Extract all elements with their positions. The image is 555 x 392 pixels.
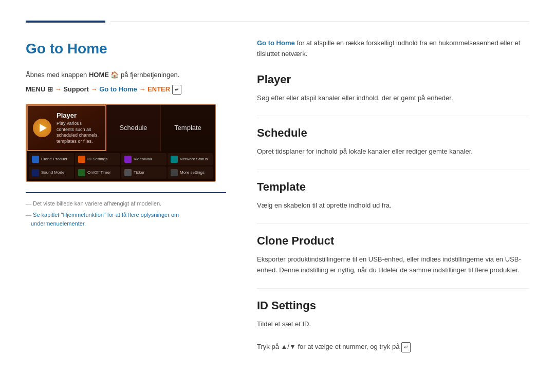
note-2: Se kapitlet "Hjemmefunktion" for at få f…: [26, 211, 226, 228]
tv-grid-item-label: ID Settings: [87, 156, 107, 162]
enter-icon-inline: ↵: [401, 342, 411, 352]
section-desc: Søg efter eller afspil kanaler eller ind…: [257, 93, 529, 104]
notes-section: Det viste billede kan variere afhængigt …: [26, 192, 226, 228]
tv-grid-item-label: Ticker: [134, 170, 144, 176]
tv-bottom-grid: Clone ProductID SettingsVideoWallNetwork…: [27, 151, 215, 181]
section-extra: Tryk på ▲/▼ for at vælge et nummer, og t…: [257, 342, 529, 352]
tv-grid-item: ID Settings: [75, 153, 120, 165]
section-divider: [257, 288, 529, 289]
rule-blue: [26, 21, 105, 23]
tv-schedule-label: Schedule: [119, 123, 147, 133]
tv-schedule-cell: Schedule: [106, 105, 161, 151]
main-layout: Go to Home Åbnes med knappen HOME 🏠 på f…: [26, 38, 529, 356]
section-divider: [257, 170, 529, 170]
section-desc: Eksporter produktindstillingerne til en …: [257, 254, 529, 276]
section-desc: Tildel et sæt et ID.: [257, 319, 529, 330]
page-container: Go to Home Åbnes med knappen HOME 🏠 på f…: [0, 0, 555, 376]
menu-path: MENU ⊞ → Support → Go to Home → ENTER ↵: [26, 84, 226, 95]
tv-grid-item-icon: [32, 156, 39, 163]
tv-grid-item: More settings: [168, 166, 213, 179]
menu-icon: ⊞: [47, 85, 53, 93]
section-heading: Template: [257, 178, 529, 195]
tv-player-text: Player Play various contents such as sch…: [57, 110, 100, 144]
tv-grid-item-icon: [124, 169, 132, 176]
right-column: Go to Home for at afspille en række fors…: [257, 38, 529, 356]
page-title: Go to Home: [26, 38, 226, 60]
tv-player-icon: [33, 119, 51, 137]
tv-grid-item-icon: [78, 156, 85, 163]
tv-grid-item-icon: [32, 169, 39, 176]
menu-go-to-home-link[interactable]: Go to Home: [99, 85, 137, 93]
tv-grid-item: Sound Mode: [29, 166, 74, 179]
section-divider: [257, 223, 529, 224]
tv-grid-item-label: Clone Product: [41, 156, 67, 162]
tv-top-bar: Player Play various contents such as sch…: [27, 105, 215, 151]
note-1: Det viste billede kan variere afhængigt …: [26, 199, 226, 208]
tv-player-title: Player: [57, 110, 100, 121]
open-instruction: Åbnes med knappen HOME 🏠 på fjernbetjeni…: [26, 70, 226, 80]
tv-template-label: Template: [174, 123, 201, 133]
section-heading: ID Settings: [257, 297, 529, 314]
section-heading: Player: [257, 71, 529, 88]
right-intro: Go to Home for at afspille en række fors…: [257, 38, 529, 60]
tv-grid-item: Clone Product: [29, 153, 74, 165]
tv-grid-item: On/Off Timer: [75, 166, 120, 179]
tv-grid-item-icon: [124, 156, 132, 163]
tv-grid-item-label: Sound Mode: [41, 170, 64, 176]
tv-grid-item-icon: [78, 169, 85, 176]
tv-grid-item-label: More settings: [180, 170, 205, 176]
section-heading: Schedule: [257, 124, 529, 141]
section-desc: Opret tidsplaner for indhold på lokale k…: [257, 146, 529, 157]
tv-grid-item-label: Network Status: [180, 156, 208, 162]
tv-player-cell: Player Play various contents such as sch…: [27, 105, 106, 151]
tv-grid-item-icon: [171, 169, 178, 176]
tv-grid-item-icon: [171, 156, 178, 163]
tv-grid-item: VideoWall: [121, 153, 166, 165]
tv-main-row: Player Play various contents such as sch…: [27, 105, 215, 151]
tv-template-cell: Template: [161, 105, 215, 151]
section-heading: Clone Product: [257, 232, 529, 249]
right-intro-link[interactable]: Go to Home: [257, 39, 295, 47]
tv-grid-item-label: VideoWall: [134, 156, 152, 162]
home-icon: 🏠: [109, 71, 119, 79]
enter-icon: ↵: [172, 85, 181, 95]
note2-link[interactable]: Se kapitlet "Hjemmefunktion" for at få f…: [31, 212, 179, 227]
tv-grid-item: Network Status: [168, 153, 213, 165]
top-rule: [26, 21, 529, 23]
tv-grid-item: Ticker: [121, 166, 166, 179]
section-divider: [257, 116, 529, 116]
section-desc: Vælg en skabelon til at oprette indhold …: [257, 200, 529, 211]
right-intro-text: for at afspille en række forskelligt ind…: [257, 39, 520, 58]
tv-player-subtitle: Play various contents such as scheduled …: [57, 121, 100, 145]
rule-gray: [110, 22, 529, 22]
sections-container: PlayerSøg efter eller afspil kanaler ell…: [257, 71, 529, 353]
tv-grid-item-label: On/Off Timer: [87, 170, 111, 176]
left-column: Go to Home Åbnes med knappen HOME 🏠 på f…: [26, 38, 226, 356]
tv-screenshot: Player Play various contents such as sch…: [26, 104, 216, 182]
